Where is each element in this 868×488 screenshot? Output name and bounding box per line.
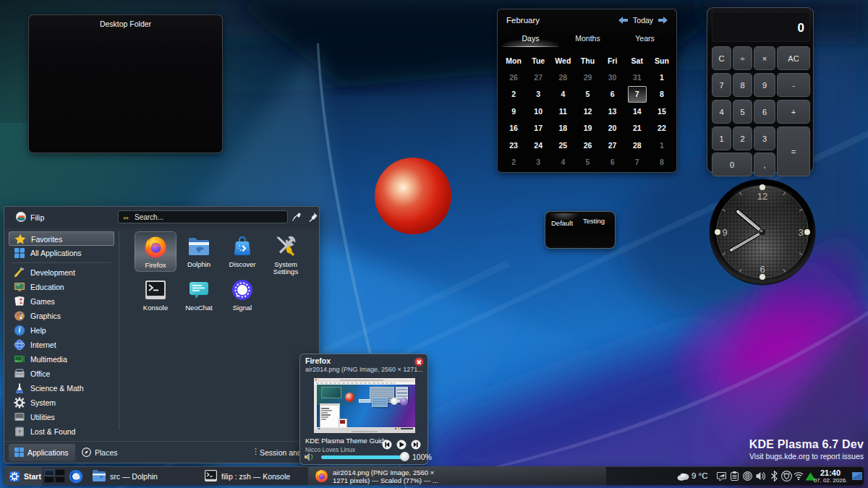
svg-text:3: 3 (798, 227, 803, 238)
svg-text:i: i (19, 326, 21, 334)
svg-text:?: ? (18, 429, 22, 435)
svg-text:6: 6 (760, 264, 765, 275)
svg-text:9: 9 (722, 227, 727, 238)
svg-text:12: 12 (757, 191, 767, 202)
